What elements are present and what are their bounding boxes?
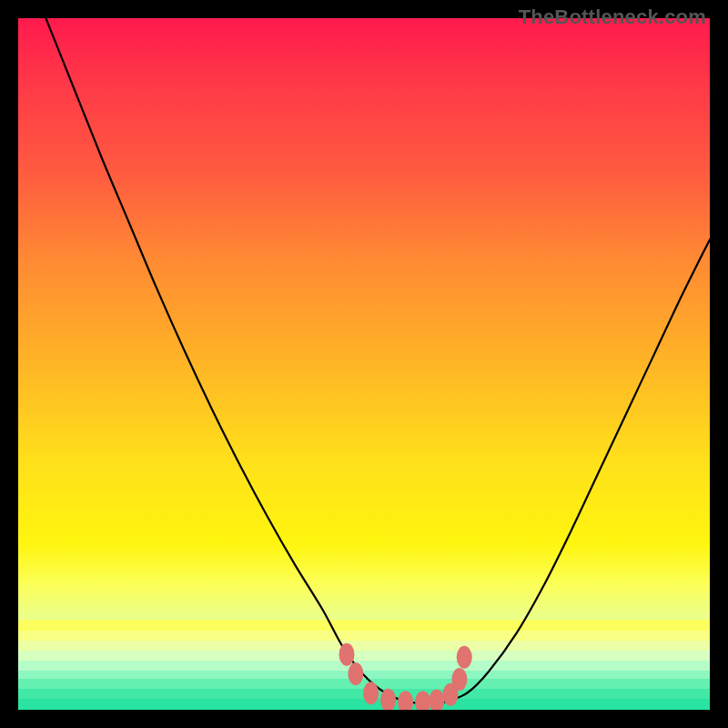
marker-point (415, 691, 430, 710)
highlight-markers (339, 643, 472, 710)
marker-point (398, 691, 413, 710)
marker-point (457, 646, 472, 669)
marker-point (339, 643, 355, 666)
curve-layer (18, 18, 710, 710)
bottleneck-curve (46, 18, 710, 703)
marker-point (451, 668, 467, 691)
marker-point (348, 662, 363, 685)
marker-point (429, 690, 444, 710)
marker-point (363, 682, 379, 704)
chart-frame: TheBottleneck.com (0, 0, 728, 728)
plot-area (18, 18, 710, 710)
